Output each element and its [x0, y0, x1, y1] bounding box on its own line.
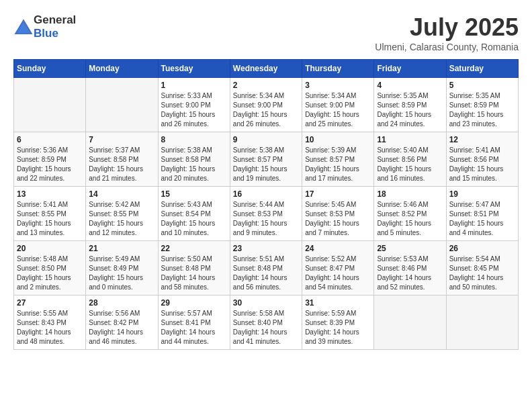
day-number: 13: [17, 189, 83, 199]
calendar-week-4: 20Sunrise: 5:48 AM Sunset: 8:50 PM Dayli…: [14, 241, 519, 295]
day-header-sunday: Sunday: [14, 60, 86, 78]
calendar-cell: 1Sunrise: 5:33 AM Sunset: 9:00 PM Daylig…: [158, 78, 230, 132]
calendar-header-row: SundayMondayTuesdayWednesdayThursdayFrid…: [14, 60, 519, 78]
calendar-cell: 16Sunrise: 5:44 AM Sunset: 8:53 PM Dayli…: [230, 187, 302, 241]
day-detail: Sunrise: 5:44 AM Sunset: 8:53 PM Dayligh…: [233, 200, 299, 238]
calendar-cell: 4Sunrise: 5:35 AM Sunset: 8:59 PM Daylig…: [374, 78, 446, 132]
calendar-cell: 19Sunrise: 5:47 AM Sunset: 8:51 PM Dayli…: [446, 187, 518, 241]
day-detail: Sunrise: 5:50 AM Sunset: 8:48 PM Dayligh…: [161, 255, 227, 292]
calendar-cell: 6Sunrise: 5:36 AM Sunset: 8:59 PM Daylig…: [14, 132, 86, 187]
day-number: 24: [305, 244, 371, 253]
calendar-cell: 9Sunrise: 5:38 AM Sunset: 8:57 PM Daylig…: [230, 132, 302, 187]
day-number: 7: [89, 135, 154, 144]
calendar-cell: 21Sunrise: 5:49 AM Sunset: 8:49 PM Dayli…: [86, 241, 158, 295]
day-number: 10: [305, 135, 371, 144]
day-number: 21: [89, 244, 154, 253]
calendar-week-5: 27Sunrise: 5:55 AM Sunset: 8:43 PM Dayli…: [14, 295, 519, 350]
day-number: 26: [449, 244, 515, 253]
calendar-cell: 5Sunrise: 5:35 AM Sunset: 8:59 PM Daylig…: [446, 78, 518, 132]
calendar-cell: 20Sunrise: 5:48 AM Sunset: 8:50 PM Dayli…: [14, 241, 86, 295]
calendar-cell: 27Sunrise: 5:55 AM Sunset: 8:43 PM Dayli…: [14, 295, 86, 350]
day-detail: Sunrise: 5:56 AM Sunset: 8:42 PM Dayligh…: [89, 309, 154, 347]
calendar-cell: [446, 295, 518, 350]
day-number: 19: [449, 189, 515, 199]
logo-general: General: [34, 13, 76, 26]
month-title: July 2025: [375, 13, 519, 42]
calendar-cell: 13Sunrise: 5:41 AM Sunset: 8:55 PM Dayli…: [14, 187, 86, 241]
day-number: 27: [17, 298, 83, 308]
calendar-cell: 12Sunrise: 5:41 AM Sunset: 8:56 PM Dayli…: [446, 132, 518, 187]
day-header-tuesday: Tuesday: [158, 60, 230, 78]
day-number: 30: [233, 298, 299, 308]
day-detail: Sunrise: 5:45 AM Sunset: 8:53 PM Dayligh…: [305, 200, 371, 238]
day-detail: Sunrise: 5:35 AM Sunset: 8:59 PM Dayligh…: [377, 91, 443, 129]
logo: General Blue: [13, 13, 76, 40]
calendar-cell: 7Sunrise: 5:37 AM Sunset: 8:58 PM Daylig…: [86, 132, 158, 187]
day-detail: Sunrise: 5:58 AM Sunset: 8:40 PM Dayligh…: [233, 309, 299, 347]
location-title: Ulmeni, Calarasi County, Romania: [375, 42, 519, 52]
day-number: 17: [305, 189, 371, 199]
day-number: 22: [161, 244, 227, 253]
calendar-week-2: 6Sunrise: 5:36 AM Sunset: 8:59 PM Daylig…: [14, 132, 519, 187]
day-number: 3: [305, 81, 371, 90]
calendar-cell: 28Sunrise: 5:56 AM Sunset: 8:42 PM Dayli…: [86, 295, 158, 350]
day-detail: Sunrise: 5:38 AM Sunset: 8:58 PM Dayligh…: [161, 146, 227, 183]
day-number: 23: [233, 244, 299, 253]
day-number: 18: [377, 189, 443, 199]
day-number: 5: [449, 81, 515, 90]
day-number: 1: [161, 81, 227, 90]
calendar-cell: 18Sunrise: 5:46 AM Sunset: 8:52 PM Dayli…: [374, 187, 446, 241]
day-detail: Sunrise: 5:42 AM Sunset: 8:55 PM Dayligh…: [89, 200, 154, 238]
calendar-cell: 30Sunrise: 5:58 AM Sunset: 8:40 PM Dayli…: [230, 295, 302, 350]
day-detail: Sunrise: 5:57 AM Sunset: 8:41 PM Dayligh…: [161, 309, 227, 347]
day-detail: Sunrise: 5:34 AM Sunset: 9:00 PM Dayligh…: [305, 91, 371, 129]
day-detail: Sunrise: 5:41 AM Sunset: 8:56 PM Dayligh…: [449, 146, 515, 183]
general-blue-icon: [13, 17, 34, 37]
day-detail: Sunrise: 5:52 AM Sunset: 8:47 PM Dayligh…: [305, 255, 371, 292]
calendar-week-3: 13Sunrise: 5:41 AM Sunset: 8:55 PM Dayli…: [14, 187, 519, 241]
calendar-cell: 3Sunrise: 5:34 AM Sunset: 9:00 PM Daylig…: [302, 78, 374, 132]
day-detail: Sunrise: 5:43 AM Sunset: 8:54 PM Dayligh…: [161, 200, 227, 238]
day-detail: Sunrise: 5:53 AM Sunset: 8:46 PM Dayligh…: [377, 255, 443, 292]
calendar-cell: 22Sunrise: 5:50 AM Sunset: 8:48 PM Dayli…: [158, 241, 230, 295]
day-number: 16: [233, 189, 299, 199]
calendar-cell: 24Sunrise: 5:52 AM Sunset: 8:47 PM Dayli…: [302, 241, 374, 295]
day-header-thursday: Thursday: [302, 60, 374, 78]
day-number: 2: [233, 81, 299, 90]
day-header-friday: Friday: [374, 60, 446, 78]
day-number: 20: [17, 244, 83, 253]
calendar-cell: 17Sunrise: 5:45 AM Sunset: 8:53 PM Dayli…: [302, 187, 374, 241]
day-detail: Sunrise: 5:36 AM Sunset: 8:59 PM Dayligh…: [17, 146, 83, 183]
day-detail: Sunrise: 5:41 AM Sunset: 8:55 PM Dayligh…: [17, 200, 83, 238]
calendar-cell: 29Sunrise: 5:57 AM Sunset: 8:41 PM Dayli…: [158, 295, 230, 350]
day-number: 15: [161, 189, 227, 199]
day-number: 29: [161, 298, 227, 308]
day-number: 14: [89, 189, 154, 199]
day-number: 4: [377, 81, 443, 90]
day-detail: Sunrise: 5:40 AM Sunset: 8:56 PM Dayligh…: [377, 146, 443, 183]
day-detail: Sunrise: 5:33 AM Sunset: 9:00 PM Dayligh…: [161, 91, 227, 129]
calendar-cell: 31Sunrise: 5:59 AM Sunset: 8:39 PM Dayli…: [302, 295, 374, 350]
day-header-monday: Monday: [86, 60, 158, 78]
day-detail: Sunrise: 5:59 AM Sunset: 8:39 PM Dayligh…: [305, 309, 371, 347]
day-number: 12: [449, 135, 515, 144]
day-detail: Sunrise: 5:48 AM Sunset: 8:50 PM Dayligh…: [17, 255, 83, 292]
day-number: 25: [377, 244, 443, 253]
day-number: 11: [377, 135, 443, 144]
calendar-cell: 26Sunrise: 5:54 AM Sunset: 8:45 PM Dayli…: [446, 241, 518, 295]
day-detail: Sunrise: 5:37 AM Sunset: 8:58 PM Dayligh…: [89, 146, 154, 183]
day-detail: Sunrise: 5:51 AM Sunset: 8:48 PM Dayligh…: [233, 255, 299, 292]
calendar-cell: 14Sunrise: 5:42 AM Sunset: 8:55 PM Dayli…: [86, 187, 158, 241]
calendar-cell: 8Sunrise: 5:38 AM Sunset: 8:58 PM Daylig…: [158, 132, 230, 187]
calendar-cell: 2Sunrise: 5:34 AM Sunset: 9:00 PM Daylig…: [230, 78, 302, 132]
day-number: 8: [161, 135, 227, 144]
day-detail: Sunrise: 5:54 AM Sunset: 8:45 PM Dayligh…: [449, 255, 515, 292]
calendar-week-1: 1Sunrise: 5:33 AM Sunset: 9:00 PM Daylig…: [14, 78, 519, 132]
day-header-wednesday: Wednesday: [230, 60, 302, 78]
day-detail: Sunrise: 5:35 AM Sunset: 8:59 PM Dayligh…: [449, 91, 515, 129]
calendar-cell: 10Sunrise: 5:39 AM Sunset: 8:57 PM Dayli…: [302, 132, 374, 187]
day-detail: Sunrise: 5:55 AM Sunset: 8:43 PM Dayligh…: [17, 309, 83, 347]
day-number: 6: [17, 135, 83, 144]
day-detail: Sunrise: 5:39 AM Sunset: 8:57 PM Dayligh…: [305, 146, 371, 183]
day-number: 28: [89, 298, 154, 308]
